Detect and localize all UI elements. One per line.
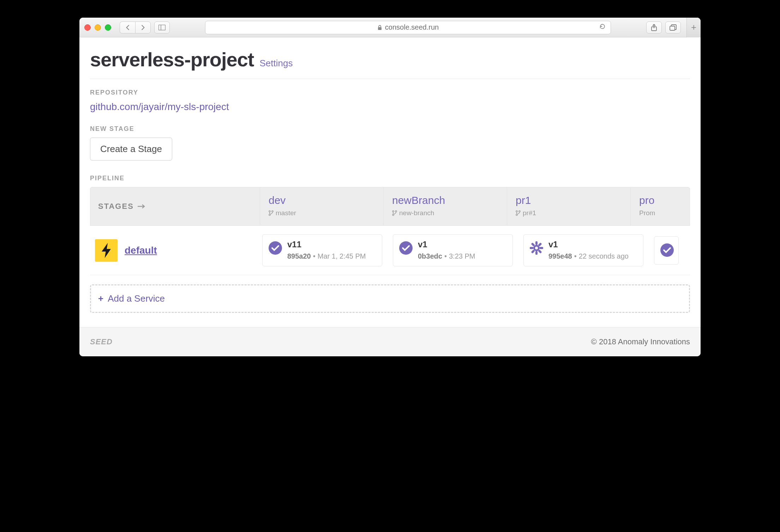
git-branch-icon <box>392 210 397 216</box>
svg-point-8 <box>269 214 270 216</box>
stage-sub: Prom <box>639 209 662 217</box>
svg-rect-4 <box>670 26 675 30</box>
arrow-right-icon <box>137 204 145 209</box>
repository-link[interactable]: github.com/jayair/my-sls-project <box>90 101 229 113</box>
chevron-right-icon <box>140 24 145 31</box>
stages-header-cell: STAGES <box>90 187 260 225</box>
svg-rect-2 <box>378 27 382 30</box>
build-card-prod[interactable] <box>654 236 679 265</box>
svg-rect-0 <box>159 25 166 30</box>
stage-column-dev[interactable]: dev master <box>260 187 383 225</box>
tabs-button[interactable] <box>665 22 681 34</box>
pipeline-label: PIPELINE <box>90 175 690 182</box>
browser-titlebar: console.seed.run + <box>79 18 701 37</box>
svg-rect-19 <box>535 251 538 255</box>
commit-hash: 895a20 <box>287 252 311 260</box>
build-version: v1 <box>548 240 629 249</box>
browser-window: console.seed.run + serverless-project Se… <box>79 18 701 356</box>
stage-column-prod[interactable]: pro Prom <box>630 187 662 225</box>
plus-icon: + <box>98 293 103 304</box>
share-button[interactable] <box>646 22 662 34</box>
stage-column-pr1[interactable]: pr1 pr#1 <box>507 187 630 225</box>
lock-icon <box>377 25 382 30</box>
svg-point-27 <box>535 247 538 249</box>
service-icon <box>95 239 118 262</box>
build-time: 3:23 PM <box>449 252 475 260</box>
build-card-dev[interactable]: v11 895a20•Mar 1, 2:45 PM <box>262 234 382 266</box>
tabs-icon <box>670 24 677 31</box>
svg-rect-18 <box>535 241 538 245</box>
stages-header-text: STAGES <box>98 202 134 211</box>
build-card-newbranch[interactable]: v1 0b3edc•3:23 PM <box>393 234 513 266</box>
page-content: serverless-project Settings REPOSITORY g… <box>79 37 701 313</box>
svg-point-13 <box>519 211 520 212</box>
new-tab-button[interactable]: + <box>686 18 701 37</box>
stage-column-newbranch[interactable]: newBranch new-branch <box>383 187 507 225</box>
sidebar-icon <box>158 25 166 30</box>
svg-point-14 <box>516 214 517 216</box>
page-footer: SEED © 2018 Anomaly Innovations <box>79 327 701 356</box>
service-name[interactable]: default <box>125 245 255 256</box>
build-meta: 995e48•22 seconds ago <box>548 252 629 260</box>
build-card-pr1[interactable]: v1 995e48•22 seconds ago <box>523 234 643 266</box>
add-service-button[interactable]: + Add a Service <box>90 284 690 313</box>
share-icon <box>651 24 657 31</box>
chevron-left-icon <box>125 24 130 31</box>
build-time: 22 seconds ago <box>579 252 629 260</box>
svg-point-28 <box>660 243 674 257</box>
svg-point-15 <box>269 241 282 255</box>
add-service-label: Add a Service <box>108 293 165 304</box>
sidebar-toggle-button[interactable] <box>154 22 170 34</box>
build-info: v11 895a20•Mar 1, 2:45 PM <box>287 240 366 260</box>
build-info: v1 0b3edc•3:23 PM <box>418 240 475 260</box>
settings-link[interactable]: Settings <box>260 58 293 69</box>
back-button[interactable] <box>120 22 135 34</box>
reload-icon <box>599 23 606 30</box>
svg-point-16 <box>399 241 413 255</box>
stage-name: dev <box>269 194 375 206</box>
git-branch-icon <box>516 210 521 216</box>
footer-brand: SEED <box>90 337 113 346</box>
toolbar-right: + <box>646 22 696 34</box>
svg-rect-20 <box>530 247 533 249</box>
footer-copyright: © 2018 Anomaly Innovations <box>591 337 690 346</box>
url-text: console.seed.run <box>385 23 439 31</box>
build-meta: 0b3edc•3:23 PM <box>418 252 475 260</box>
check-circle-icon <box>399 241 413 256</box>
create-stage-button[interactable]: Create a Stage <box>90 138 172 161</box>
svg-point-12 <box>516 211 517 212</box>
build-version: v11 <box>287 240 366 249</box>
stage-branch: new-branch <box>392 209 498 217</box>
build-info: v1 995e48•22 seconds ago <box>548 240 629 260</box>
reload-button[interactable] <box>599 23 606 31</box>
project-title: serverless-project <box>90 48 254 71</box>
commit-hash: 0b3edc <box>418 252 442 260</box>
repository-label: REPOSITORY <box>90 89 690 96</box>
pipeline-header: STAGES dev master newBranch new-branch p… <box>90 187 690 226</box>
svg-point-10 <box>395 211 397 212</box>
svg-point-7 <box>272 211 273 212</box>
stage-branch: master <box>269 209 375 217</box>
page-header: serverless-project Settings <box>90 48 690 79</box>
lightning-icon <box>100 242 113 259</box>
new-stage-label: NEW STAGE <box>90 125 690 133</box>
build-version: v1 <box>418 240 475 249</box>
gear-icon <box>529 241 544 256</box>
stage-name: pro <box>639 194 662 206</box>
svg-point-6 <box>269 211 270 212</box>
url-bar[interactable]: console.seed.run <box>205 21 611 34</box>
git-branch-icon <box>269 210 274 216</box>
forward-button[interactable] <box>135 22 151 34</box>
stage-name: pr1 <box>516 194 622 206</box>
minimize-window-button[interactable] <box>95 24 101 31</box>
service-row: default v11 895a20•Mar 1, 2:45 PM v1 <box>90 226 690 275</box>
traffic-lights <box>84 24 111 31</box>
stage-name: newBranch <box>392 194 498 206</box>
maximize-window-button[interactable] <box>105 24 111 31</box>
check-circle-icon <box>660 243 674 259</box>
stage-branch: pr#1 <box>516 209 622 217</box>
commit-hash: 995e48 <box>548 252 572 260</box>
svg-rect-21 <box>540 247 543 249</box>
close-window-button[interactable] <box>84 24 91 31</box>
check-circle-icon <box>268 241 282 256</box>
